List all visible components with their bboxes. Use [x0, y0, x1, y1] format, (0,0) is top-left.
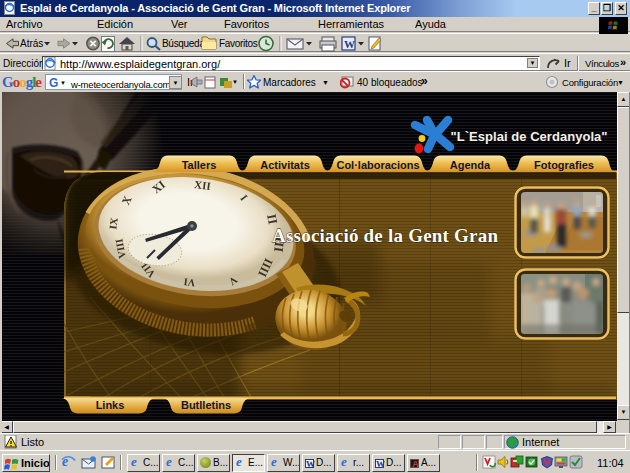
svg-text:Tallers: Tallers [182, 159, 217, 171]
svg-text:Col·laboracions: Col·laboracions [336, 159, 419, 171]
svg-text:Atrás: Atrás [20, 38, 43, 49]
svg-text:Búsqueda: Búsqueda [162, 38, 205, 49]
svg-text:Links: Links [96, 399, 125, 411]
svg-text:VI: VI [183, 276, 196, 289]
svg-text:Activitats: Activitats [260, 159, 310, 171]
svg-text:Fotografies: Fotografies [534, 159, 594, 171]
svg-text:Associació de la Gent Gran: Associació de la Gent Gran [272, 225, 498, 246]
svg-text:"L`Esplai de Cerdanyola": "L`Esplai de Cerdanyola" [451, 129, 608, 144]
svg-text:Favoritos: Favoritos [219, 38, 258, 49]
svg-text:XII: XII [194, 178, 212, 192]
svg-text:W: W [344, 38, 355, 50]
svg-text:Agenda: Agenda [450, 159, 491, 171]
svg-text:Butlletins: Butlletins [181, 399, 231, 411]
svg-text:IX: IX [107, 217, 120, 230]
